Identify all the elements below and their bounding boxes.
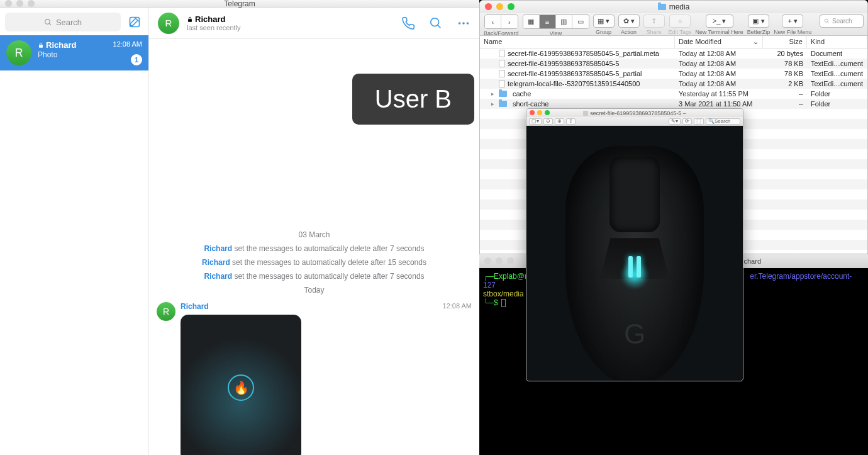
traffic-close[interactable]	[484, 257, 491, 264]
file-size: 2 KB	[763, 80, 807, 87]
file-kind: TextEdi…cument	[807, 80, 867, 87]
back-forward-buttons[interactable]: ‹›	[484, 14, 518, 29]
file-date: Today at 12:08 AM	[675, 50, 763, 57]
action-button[interactable]: ✿ ▾	[618, 14, 640, 28]
preview-search-input[interactable]: 🔍 Search	[706, 118, 740, 125]
column-view-button[interactable]: ▥	[556, 15, 572, 28]
new-terminal-button[interactable]: >_ ▾	[706, 14, 733, 28]
search-input[interactable]: Search	[5, 13, 121, 31]
col-name[interactable]: Name	[480, 36, 675, 48]
preview-image[interactable]: G	[526, 126, 743, 381]
view-buttons[interactable]: ▦ ≡ ▥ ▭	[523, 14, 589, 29]
highlight-button[interactable]: ⬚	[694, 118, 704, 125]
file-size: 78 KB	[763, 70, 807, 77]
sort-indicator-icon: ⌄	[753, 38, 759, 46]
table-row[interactable]: secret-file-6199593869378585045-5_partia…	[480, 48, 867, 59]
forward-button[interactable]: ›	[501, 15, 518, 28]
term-user: Explab@ri	[494, 272, 529, 281]
file-name: cache	[513, 90, 531, 98]
traffic-min[interactable]	[496, 3, 503, 10]
svg-line-11	[828, 22, 829, 23]
search-icon	[44, 18, 52, 26]
folder-icon	[499, 91, 507, 97]
table-row[interactable]: ▸short-cache3 Mar 2021 at 11:50 AM--Fold…	[480, 99, 867, 109]
finder-search-input[interactable]: Search	[820, 14, 864, 28]
service-message: Richard set the messages to automaticall…	[157, 258, 472, 267]
traffic-max[interactable]	[28, 0, 35, 7]
traffic-min[interactable]	[16, 0, 23, 7]
toolbar-label: Action	[621, 29, 637, 35]
file-icon	[499, 70, 505, 77]
zoom-in-button[interactable]: ⊕	[555, 118, 564, 125]
zoom-out-button[interactable]: ⊖	[543, 118, 553, 125]
col-kind[interactable]: Kind	[807, 36, 867, 48]
search-chat-icon[interactable]	[429, 16, 443, 30]
message-sender: Richard	[181, 302, 209, 311]
toolbar-label: Group	[596, 29, 611, 35]
call-icon[interactable]	[401, 16, 415, 30]
finder-column-headers[interactable]: Name Date Modified⌄ Size Kind	[480, 36, 867, 48]
chat-name-text: Richard	[46, 40, 76, 50]
traffic-max[interactable]	[507, 257, 514, 264]
rotate-button[interactable]: ⟳	[682, 118, 692, 125]
traffic-close[interactable]	[485, 3, 492, 10]
preview-toolbar: ▢▾ ⊖ ⊕ ⇪ ✎▾ ⟳ ⬚ 🔍 Search	[526, 117, 743, 126]
col-size[interactable]: Size	[763, 36, 807, 48]
compose-button[interactable]	[126, 13, 143, 31]
disclosure-icon[interactable]: ▸	[491, 91, 496, 97]
traffic-min[interactable]	[496, 257, 503, 264]
message-avatar[interactable]: R	[157, 302, 175, 321]
file-kind: TextEdi…cument	[807, 60, 867, 67]
table-row[interactable]: telegram-local-file--5320795135915440500…	[480, 79, 867, 89]
table-row[interactable]: secret-file-6199593869378585045-5Today a…	[480, 59, 867, 69]
file-size: 20 bytes	[763, 50, 807, 57]
file-date: 3 Mar 2021 at 11:50 AM	[675, 100, 763, 108]
date-separator: 03 March	[157, 230, 472, 239]
gallery-view-button[interactable]: ▭	[572, 15, 589, 28]
chat-preview: Photo	[38, 50, 107, 59]
table-row[interactable]: secret-file-6199593869378585045-5_partia…	[480, 69, 867, 79]
file-size: 78 KB	[763, 60, 807, 67]
file-name: secret-file-6199593869378585045-5_partia…	[508, 50, 659, 57]
traffic-close[interactable]	[5, 0, 12, 7]
search-placeholder: Search	[56, 18, 82, 27]
header-avatar[interactable]: R	[158, 13, 179, 34]
betterzip-button[interactable]: ▣ ▾	[748, 14, 769, 28]
traffic-max[interactable]	[545, 110, 550, 115]
toolbar-label: New File Menu	[774, 29, 811, 35]
service-message: Richard set the messages to automaticall…	[157, 244, 472, 253]
user-b-overlay: User B	[352, 74, 474, 125]
traffic-max[interactable]	[508, 3, 515, 10]
svg-point-0	[45, 19, 50, 24]
svg-line-1	[49, 23, 51, 25]
col-date[interactable]: Date Modified⌄	[675, 36, 763, 48]
traffic-min[interactable]	[537, 110, 542, 115]
preview-titlebar: secret-file-6199593869378585045-5 –	[526, 109, 743, 117]
traffic-close[interactable]	[530, 110, 535, 115]
markup-button[interactable]: ✎▾	[669, 118, 681, 125]
file-name: short-cache	[513, 100, 548, 108]
new-file-button[interactable]: + ▾	[782, 14, 803, 28]
messages-area[interactable]: User B 03 March Richard set the messages…	[149, 39, 479, 455]
chat-item-richard[interactable]: R Richard Photo 12:08 AM 1	[0, 35, 148, 70]
file-date: Today at 12:08 AM	[675, 60, 763, 67]
back-button[interactable]: ‹	[485, 15, 501, 28]
share-button[interactable]: ⇪	[566, 118, 576, 125]
group-button[interactable]: ▦ ▾	[593, 14, 615, 28]
svg-point-5	[431, 18, 439, 26]
more-icon[interactable]	[457, 16, 470, 30]
message[interactable]: R Richard 12:08 AM 🔥	[157, 302, 472, 455]
svg-line-6	[438, 25, 441, 28]
icon-view-button[interactable]: ▦	[523, 15, 540, 28]
telegram-window-title: Telegram	[224, 0, 255, 8]
disclosure-icon[interactable]: ▸	[491, 101, 496, 107]
preview-window[interactable]: secret-file-6199593869378585045-5 – ▢▾ ⊖…	[526, 108, 743, 381]
list-view-button[interactable]: ≡	[540, 15, 556, 28]
file-kind: TextEdi…cument	[807, 70, 867, 77]
avatar: R	[6, 40, 31, 65]
table-row[interactable]: ▸cacheYesterday at 11:55 PM--Folder	[480, 89, 867, 99]
sidebar-toggle-button[interactable]: ▢▾	[529, 118, 542, 125]
svg-point-8	[462, 22, 465, 25]
header-name: Richard	[195, 14, 225, 24]
secret-photo[interactable]: 🔥	[181, 315, 301, 455]
